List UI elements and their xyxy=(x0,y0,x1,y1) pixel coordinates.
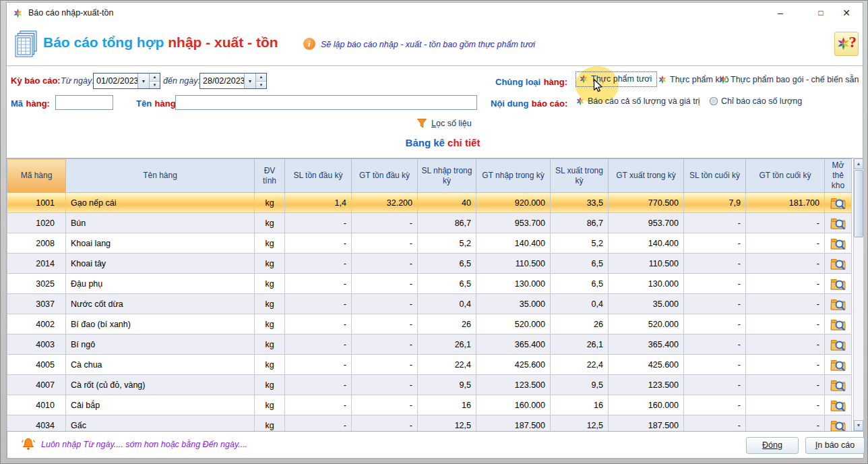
table-cell[interactable]: 26 xyxy=(551,314,609,335)
col-header[interactable]: Tên hàng xyxy=(66,159,255,193)
table-cell[interactable]: - xyxy=(746,395,825,415)
table-cell[interactable]: - xyxy=(285,355,352,375)
table-cell[interactable]: - xyxy=(684,294,746,314)
col-header[interactable]: SL tồn đầu kỳ xyxy=(285,159,352,193)
table-cell[interactable]: 35.000 xyxy=(476,294,551,314)
table-cell[interactable]: - xyxy=(746,355,825,375)
table-cell[interactable]: 3037 xyxy=(7,294,66,314)
table-cell[interactable]: 920.000 xyxy=(476,193,551,213)
print-report-button[interactable]: In báo cáo xyxy=(805,437,865,454)
table-cell[interactable]: - xyxy=(746,415,825,433)
col-header[interactable]: GT tồn cuối kỳ xyxy=(746,159,825,193)
table-cell[interactable]: kg xyxy=(255,274,285,294)
table-cell[interactable]: - xyxy=(352,233,418,254)
table-cell[interactable]: 520.000 xyxy=(609,314,684,335)
table-cell[interactable]: kg xyxy=(255,193,285,213)
table-cell[interactable]: - xyxy=(352,395,418,415)
table-cell[interactable]: 86,7 xyxy=(418,213,476,233)
table-cell[interactable]: kg xyxy=(255,335,285,355)
open-stock-card-icon[interactable] xyxy=(830,378,846,392)
table-cell[interactable]: 770.500 xyxy=(609,193,684,213)
table-cell[interactable]: - xyxy=(285,274,352,294)
table-row[interactable]: 2008Khoai langkg--5,2140.4005,2140.400-- xyxy=(7,233,852,254)
table-cell[interactable]: 110.500 xyxy=(609,254,684,274)
table-cell[interactable]: 365.400 xyxy=(476,335,551,355)
table-cell[interactable]: 4034 xyxy=(7,415,66,433)
open-stock-card-icon[interactable] xyxy=(830,419,846,432)
table-cell[interactable]: - xyxy=(684,233,746,254)
open-stock-card-icon[interactable] xyxy=(830,237,846,250)
filter-data-link[interactable]: Lọc số liệu xyxy=(431,119,472,128)
table-cell[interactable]: 130.000 xyxy=(609,274,684,294)
table-row[interactable]: 4007Cà rốt (củ đỏ, vàng)kg--9,5123.5009,… xyxy=(7,375,852,395)
table-cell[interactable]: 26,1 xyxy=(551,335,609,355)
table-row[interactable]: 4034Gấckg--12,5187.50012,5187.500-- xyxy=(7,415,852,433)
col-header[interactable]: GT nhập trong kỳ xyxy=(476,159,551,193)
col-header[interactable]: SL tồn cuối kỳ xyxy=(684,159,746,193)
table-cell[interactable]: 7,9 xyxy=(684,193,746,213)
open-stock-card-icon[interactable] xyxy=(830,196,846,210)
table-cell[interactable]: - xyxy=(684,375,746,395)
table-cell[interactable]: - xyxy=(285,233,352,254)
table-cell[interactable]: - xyxy=(285,335,352,355)
table-cell[interactable]: 4002 xyxy=(7,314,66,335)
table-row[interactable]: 1001Gạo nếp cáikg1,432.20040920.00033,57… xyxy=(7,193,852,213)
table-cell[interactable]: 140.400 xyxy=(609,233,684,254)
content-option-qty-value[interactable]: Báo cáo cả số lượng và giá trị xyxy=(576,96,700,106)
open-stock-card-icon[interactable] xyxy=(830,216,846,230)
table-cell[interactable]: Cà rốt (củ đỏ, vàng) xyxy=(66,375,255,395)
table-cell[interactable]: - xyxy=(746,335,825,355)
table-cell[interactable]: 4007 xyxy=(7,375,66,395)
table-cell[interactable]: - xyxy=(746,213,825,233)
maximize-button[interactable]: □ xyxy=(807,3,834,24)
table-row[interactable]: 3037Nước cốt dừakg--0,435.0000,435.000-- xyxy=(7,294,852,314)
table-cell[interactable]: - xyxy=(285,294,352,314)
table-cell[interactable]: - xyxy=(684,415,746,433)
table-cell[interactable]: 1001 xyxy=(7,193,66,213)
table-cell[interactable]: - xyxy=(684,254,746,274)
table-cell[interactable]: - xyxy=(352,213,418,233)
table-cell[interactable]: - xyxy=(352,415,418,433)
item-code-input[interactable] xyxy=(55,95,113,110)
table-cell[interactable]: 4010 xyxy=(7,395,66,415)
table-cell[interactable]: 40 xyxy=(418,193,476,213)
table-cell[interactable]: - xyxy=(285,395,352,415)
to-date-field[interactable]: ▼ ▲▼ xyxy=(199,73,267,89)
table-cell[interactable]: - xyxy=(746,233,825,254)
table-cell[interactable]: - xyxy=(746,375,825,395)
from-date-spin-up-icon[interactable]: ▲ xyxy=(150,74,160,82)
table-cell[interactable]: 9,5 xyxy=(418,375,476,395)
from-date-spinner[interactable]: ▲▼ xyxy=(149,74,160,88)
table-cell[interactable]: 110.500 xyxy=(476,254,551,274)
table-cell[interactable]: 6,5 xyxy=(551,254,609,274)
open-stock-card-icon[interactable] xyxy=(830,399,846,412)
table-cell[interactable]: kg xyxy=(255,213,285,233)
table-cell[interactable]: 33,5 xyxy=(551,193,609,213)
vertical-scrollbar[interactable]: ▲ ▼ xyxy=(853,158,864,432)
table-cell[interactable]: - xyxy=(352,335,418,355)
table-cell[interactable]: - xyxy=(684,355,746,375)
category-option-packaged[interactable]: Thực phẩm bao gói - chế biến sẵn xyxy=(718,75,859,84)
table-cell[interactable]: 12,5 xyxy=(418,415,476,433)
table-cell[interactable]: Cải bắp xyxy=(66,395,255,415)
table-cell[interactable]: kg xyxy=(255,294,285,314)
content-option-qty-only[interactable]: Chỉ báo cáo số lượng xyxy=(709,96,802,106)
open-stock-card-icon[interactable] xyxy=(830,297,846,311)
table-cell[interactable]: 9,5 xyxy=(551,375,609,395)
table-cell[interactable]: 365.400 xyxy=(609,335,684,355)
table-cell[interactable]: 953.700 xyxy=(609,213,684,233)
table-cell[interactable]: - xyxy=(746,314,825,335)
table-cell[interactable]: 1,4 xyxy=(285,193,352,213)
scroll-down-icon[interactable]: ▼ xyxy=(854,420,863,431)
open-stock-card-icon[interactable] xyxy=(830,338,846,351)
table-cell[interactable]: 32.200 xyxy=(352,193,418,213)
table-cell[interactable]: 6,5 xyxy=(551,274,609,294)
table-cell[interactable]: - xyxy=(285,254,352,274)
table-cell[interactable]: kg xyxy=(255,314,285,335)
col-header[interactable]: SL xuất trong kỳ xyxy=(551,159,609,193)
table-cell[interactable]: 181.700 xyxy=(746,193,825,213)
table-cell[interactable]: Bún xyxy=(66,213,255,233)
from-date-spin-down-icon[interactable]: ▼ xyxy=(150,82,160,89)
table-cell[interactable]: - xyxy=(746,294,825,314)
table-cell[interactable]: kg xyxy=(255,233,285,254)
